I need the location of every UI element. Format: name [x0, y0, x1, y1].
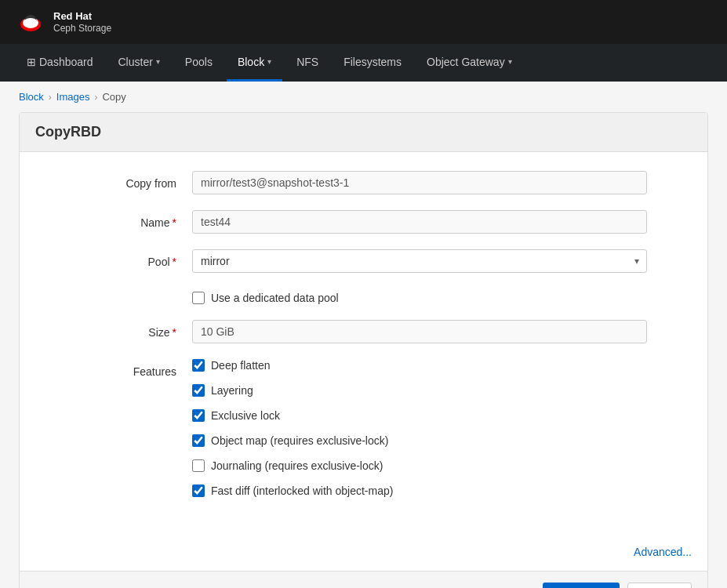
nav-nfs[interactable]: NFS — [285, 44, 329, 82]
object-map-checkbox[interactable] — [192, 434, 205, 447]
exclusive-lock-checkbox[interactable] — [192, 409, 205, 422]
brand: Red Hat Ceph Storage — [16, 7, 111, 37]
deep-flatten-checkbox[interactable] — [192, 359, 205, 372]
topnav: ⊞ Dashboard Cluster ▾ Pools Block ▾ NFS … — [0, 44, 727, 82]
layering-label[interactable]: Layering — [211, 384, 253, 397]
nav-cluster[interactable]: Cluster ▾ — [107, 44, 171, 82]
nav-pools[interactable]: Pools — [174, 44, 224, 82]
breadcrumb-sep-1: › — [49, 92, 52, 103]
block-caret-icon: ▾ — [267, 57, 271, 66]
object-gateway-caret-icon: ▾ — [508, 57, 512, 66]
top-navbar: Red Hat Ceph Storage — [0, 0, 727, 44]
breadcrumb-block[interactable]: Block — [19, 91, 44, 103]
name-row: Name* — [35, 210, 692, 234]
breadcrumb-images[interactable]: Images — [56, 91, 90, 103]
size-label: Size* — [35, 320, 192, 339]
journaling-checkbox[interactable] — [192, 459, 205, 472]
feature-journaling: Journaling (requires exclusive-lock) — [192, 459, 692, 472]
feature-deep-flatten: Deep flatten — [192, 359, 692, 372]
nav-filesystems[interactable]: Filesystems — [333, 44, 413, 82]
feature-exclusive-lock: Exclusive lock — [192, 409, 692, 422]
name-wrap — [192, 210, 692, 234]
layering-checkbox[interactable] — [192, 384, 205, 397]
pool-row: Pool* mirror rbd test ▾ — [35, 249, 692, 273]
dedicated-pool-checkbox[interactable] — [192, 292, 205, 304]
journaling-label[interactable]: Journaling (requires exclusive-lock) — [211, 459, 383, 472]
feature-fast-diff: Fast diff (interlocked with object-map) — [192, 485, 692, 497]
pool-wrap: mirror rbd test ▾ — [192, 249, 692, 273]
feature-layering: Layering — [192, 384, 692, 397]
copy-from-wrap — [192, 171, 692, 194]
brand-product: Ceph Storage — [53, 23, 111, 34]
dedicated-pool-row: Use a dedicated data pool — [35, 289, 692, 304]
pool-label: Pool* — [35, 249, 192, 268]
name-label: Name* — [35, 210, 192, 229]
main-content: CopyRBD Copy from Name* — [0, 112, 727, 588]
pool-select-wrap: mirror rbd test ▾ — [192, 249, 647, 273]
fast-diff-checkbox[interactable] — [192, 485, 205, 497]
copy-from-row: Copy from — [35, 171, 692, 194]
size-wrap — [192, 320, 692, 343]
nav-dashboard-icon: ⊞ — [27, 56, 36, 68]
exclusive-lock-label[interactable]: Exclusive lock — [211, 409, 280, 422]
features-label: Features — [35, 359, 192, 378]
dedicated-pool-checkbox-row: Use a dedicated data pool — [192, 292, 692, 304]
object-map-label[interactable]: Object map (requires exclusive-lock) — [211, 434, 388, 447]
copy-rbd-button[interactable]: CopyRBD — [543, 583, 620, 588]
breadcrumb-copy: Copy — [102, 91, 125, 103]
panel-body: Copy from Name* Pool* — [20, 152, 707, 539]
feature-object-map: Object map (requires exclusive-lock) — [192, 434, 692, 447]
nav-object-gateway[interactable]: Object Gateway ▾ — [416, 44, 523, 82]
advanced-row: Advanced... — [20, 539, 707, 571]
dedicated-pool-spacer — [35, 289, 192, 295]
panel-footer: CopyRBD Cancel — [20, 571, 707, 588]
cluster-caret-icon: ▾ — [156, 57, 160, 66]
deep-flatten-label[interactable]: Deep flatten — [211, 359, 271, 372]
pool-select[interactable]: mirror rbd test — [192, 249, 647, 273]
size-row: Size* — [35, 320, 692, 343]
breadcrumb: Block › Images › Copy — [0, 82, 727, 112]
nav-dashboard[interactable]: ⊞ Dashboard — [16, 44, 104, 82]
copy-from-input[interactable] — [192, 171, 647, 194]
panel-title: CopyRBD — [20, 113, 707, 152]
features-wrap: Deep flatten Layering Exclusive lock Obj… — [192, 359, 692, 505]
dedicated-pool-checkbox-label[interactable]: Use a dedicated data pool — [211, 292, 339, 304]
dedicated-pool-wrap: Use a dedicated data pool — [192, 289, 692, 304]
brand-name: Red Hat — [53, 10, 111, 24]
redhat-logo — [16, 7, 45, 37]
copy-rbd-panel: CopyRBD Copy from Name* — [19, 112, 708, 588]
copy-from-label: Copy from — [35, 171, 192, 190]
size-input[interactable] — [192, 320, 647, 343]
fast-diff-label[interactable]: Fast diff (interlocked with object-map) — [211, 485, 393, 497]
breadcrumb-sep-2: › — [94, 92, 97, 103]
cancel-button[interactable]: Cancel — [627, 583, 692, 588]
nav-block[interactable]: Block ▾ — [227, 44, 282, 82]
features-row: Features Deep flatten Layering Exclusive… — [35, 359, 692, 505]
name-input[interactable] — [192, 210, 647, 234]
advanced-link[interactable]: Advanced... — [634, 546, 692, 558]
